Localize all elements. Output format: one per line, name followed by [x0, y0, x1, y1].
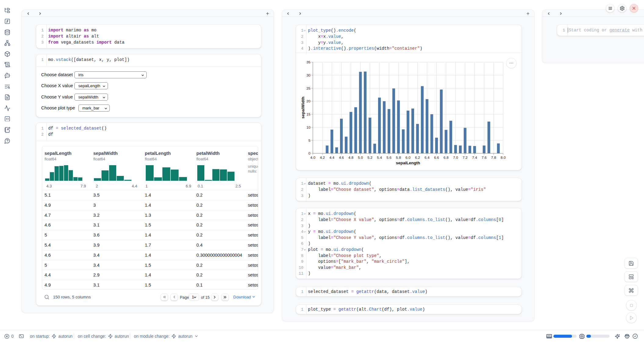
svg-text:5.2: 5.2	[367, 155, 372, 160]
svg-text:20: 20	[306, 99, 311, 103]
svg-text:10: 10	[306, 125, 311, 130]
svg-text:0: 0	[308, 151, 310, 155]
svg-text:5.8: 5.8	[396, 155, 401, 160]
svg-text:5.4: 5.4	[377, 155, 382, 160]
svg-text:4.2: 4.2	[320, 155, 325, 160]
svg-text:sepalWidth: sepalWidth	[301, 97, 305, 119]
svg-text:4.8: 4.8	[349, 155, 354, 160]
svg-text:15: 15	[306, 112, 311, 116]
svg-text:6.6: 6.6	[434, 155, 439, 160]
svg-text:6.4: 6.4	[424, 155, 430, 160]
svg-text:30: 30	[306, 73, 311, 77]
svg-text:5.0: 5.0	[358, 155, 363, 160]
svg-text:6.0: 6.0	[406, 155, 411, 160]
svg-text:25: 25	[306, 86, 311, 91]
svg-text:35: 35	[306, 60, 311, 64]
svg-text:7.2: 7.2	[463, 155, 467, 160]
svg-text:4.4: 4.4	[329, 155, 335, 160]
svg-text:7.6: 7.6	[481, 155, 487, 160]
svg-text:5: 5	[308, 138, 310, 143]
svg-text:4.0: 4.0	[310, 155, 316, 160]
svg-text:sepalLength: sepalLength	[396, 161, 420, 165]
svg-text:7.0: 7.0	[453, 155, 458, 160]
svg-text:5.6: 5.6	[386, 155, 392, 160]
svg-text:7.4: 7.4	[472, 155, 477, 160]
svg-text:8.0: 8.0	[501, 155, 506, 160]
svg-text:4.6: 4.6	[339, 155, 344, 160]
svg-text:6.8: 6.8	[444, 155, 449, 160]
svg-text:7.8: 7.8	[491, 155, 496, 160]
svg-text:6.2: 6.2	[415, 155, 420, 160]
